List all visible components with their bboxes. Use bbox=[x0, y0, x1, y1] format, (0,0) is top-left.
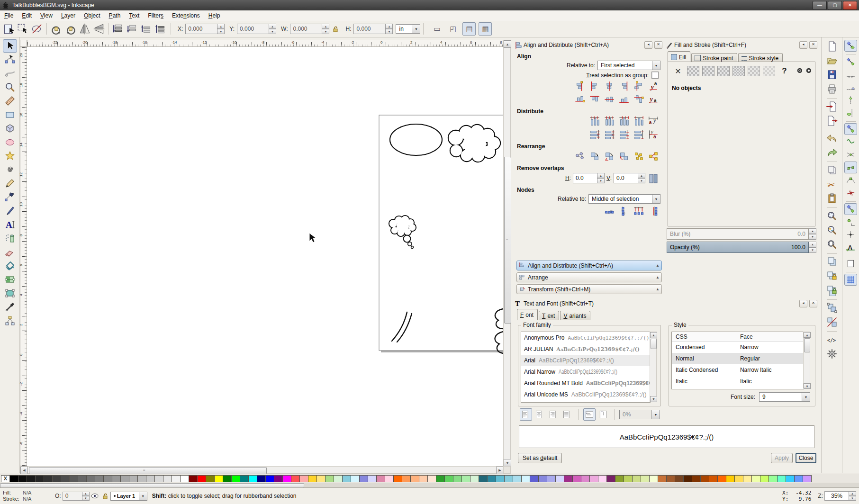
tool-zoom[interactable] bbox=[3, 81, 17, 94]
unknown-paint-button[interactable]: ? bbox=[778, 66, 790, 76]
palette-swatch[interactable] bbox=[479, 475, 488, 482]
palette-swatch[interactable] bbox=[129, 475, 138, 482]
palette-swatch[interactable] bbox=[9, 475, 18, 482]
current-layer-dropdown[interactable]: Layer 1▼ bbox=[110, 492, 147, 501]
style-row-condensed[interactable]: CondensedNarrow bbox=[672, 342, 804, 353]
raise-button[interactable] bbox=[140, 22, 154, 36]
no-paint-button[interactable]: ✕ bbox=[672, 66, 684, 76]
tab-text[interactable]: Text bbox=[539, 311, 559, 320]
style-row-italic[interactable]: ItalicItalic bbox=[672, 376, 804, 387]
font-list-scrollbar[interactable]: ▲ ▼ bbox=[650, 332, 657, 402]
align-top-edges-button[interactable] bbox=[588, 94, 601, 105]
dialog-bar-align-and-distribute-shift-ctrl-a[interactable]: Align and Distribute (Shift+Ctrl+A)▲ bbox=[516, 261, 662, 270]
snap-bbox-corners-button[interactable] bbox=[844, 81, 857, 93]
palette-swatch[interactable] bbox=[538, 475, 547, 482]
select-all-button[interactable] bbox=[2, 22, 15, 36]
palette-swatch[interactable] bbox=[180, 475, 189, 482]
snap-other-points-button[interactable] bbox=[844, 203, 857, 215]
save-document-button[interactable] bbox=[824, 68, 840, 81]
graph-layout-button[interactable] bbox=[574, 151, 586, 162]
palette-swatch[interactable] bbox=[564, 475, 573, 482]
scroll-right-button[interactable]: ▶ bbox=[496, 467, 504, 474]
dialog-bar-transform-shift-ctrl-m[interactable]: Transform (Shift+Ctrl+M)▲ bbox=[516, 284, 662, 294]
palette-swatch[interactable] bbox=[274, 475, 283, 482]
horizontal-scrollbar[interactable]: ◀ ▶ ≡ bbox=[20, 466, 503, 474]
palette-swatch[interactable] bbox=[555, 475, 564, 482]
text-panel-header[interactable]: T Text and Font (Shift+Ctrl+T) ◂ ✕ bbox=[515, 298, 818, 309]
palette-swatch[interactable] bbox=[282, 475, 291, 482]
palette-swatch[interactable] bbox=[777, 475, 786, 482]
palette-swatch[interactable] bbox=[436, 475, 445, 482]
palette-swatch[interactable] bbox=[547, 475, 556, 482]
no-color-swatch[interactable]: X bbox=[1, 475, 10, 482]
tab-stroke-style[interactable]: Stroke style bbox=[738, 53, 783, 63]
palette-swatch[interactable] bbox=[658, 475, 667, 482]
deselect-button[interactable] bbox=[30, 22, 44, 36]
v-gap-input[interactable]: 0.0▲▼ bbox=[614, 173, 645, 183]
palette-swatch[interactable] bbox=[223, 475, 232, 482]
opacity-slider[interactable]: Opacity (%)100.0 bbox=[667, 242, 809, 253]
snap-object-centers-button[interactable] bbox=[844, 216, 857, 228]
palette-scrollbar[interactable] bbox=[0, 483, 859, 487]
canvas-viewport[interactable] bbox=[27, 47, 503, 466]
menu-object[interactable]: Object bbox=[80, 11, 105, 20]
style-list-scrollbar[interactable]: ▲ ▼ bbox=[803, 332, 810, 388]
tab-fill[interactable]: Fill bbox=[668, 51, 690, 63]
treat-as-group-checkbox[interactable] bbox=[651, 72, 659, 79]
font-row-ar-julian[interactable]: AR JULIANAaBbCcIiPpQq12369$€¢?.;/() bbox=[521, 343, 650, 355]
palette-swatch[interactable] bbox=[751, 475, 760, 482]
undock-button[interactable]: ◂ bbox=[644, 41, 652, 49]
apply-button[interactable]: Apply bbox=[771, 453, 793, 463]
palette-swatch[interactable] bbox=[52, 475, 61, 482]
group-button[interactable] bbox=[824, 301, 840, 315]
palette-swatch[interactable] bbox=[700, 475, 709, 482]
create-clone-button[interactable] bbox=[824, 270, 840, 283]
blur-slider[interactable]: Blur (%)0.0 bbox=[667, 228, 809, 240]
scroll-up-button[interactable]: ▲ bbox=[504, 40, 511, 48]
palette-swatch[interactable] bbox=[444, 475, 453, 482]
palette-swatch[interactable] bbox=[615, 475, 624, 482]
align-bottom-edges-to-top-of-anchor-button[interactable] bbox=[574, 94, 586, 105]
text-anchor-horizontal-button[interactable]: ya bbox=[647, 81, 660, 92]
palette-swatch[interactable] bbox=[189, 475, 198, 482]
nodes-relative-dropdown[interactable]: Middle of selection▼ bbox=[588, 194, 660, 204]
menu-filters[interactable]: Filters bbox=[144, 11, 168, 20]
affect-gradients-toggle[interactable]: ▤ bbox=[462, 22, 476, 36]
align-bottom-edges-button[interactable] bbox=[618, 94, 630, 105]
palette-swatch[interactable] bbox=[641, 475, 650, 482]
palette-swatch[interactable] bbox=[393, 475, 402, 482]
align-nodes-vertically-button[interactable] bbox=[618, 206, 630, 217]
palette-swatch[interactable] bbox=[197, 475, 206, 482]
menu-file[interactable]: File bbox=[0, 11, 18, 20]
tool-calligraphy[interactable] bbox=[3, 204, 17, 217]
equal-vertical-centers-button[interactable] bbox=[603, 129, 615, 140]
close-panel-button[interactable]: ✕ bbox=[654, 41, 662, 49]
snap-paths-button[interactable] bbox=[844, 136, 857, 148]
snap-text-baselines-button[interactable]: A bbox=[844, 242, 857, 253]
font-size-dropdown[interactable]: 9▼ bbox=[759, 392, 810, 402]
palette-swatch[interactable] bbox=[385, 475, 394, 482]
menu-extensions[interactable]: Extensions bbox=[168, 11, 204, 20]
palette-swatch[interactable] bbox=[172, 475, 181, 482]
tool-connector[interactable] bbox=[3, 314, 17, 327]
font-family-list[interactable]: Anonymous ProAaBbCcIiPpQq12369$€¢?.;/()A… bbox=[521, 332, 651, 403]
snap-rotation-centers-button[interactable] bbox=[844, 229, 857, 241]
new-document-button[interactable] bbox=[824, 40, 840, 53]
palette-swatch[interactable] bbox=[342, 475, 351, 482]
snap-smooth-nodes-button[interactable] bbox=[844, 174, 857, 186]
tool-text[interactable]: A bbox=[3, 218, 17, 231]
vertical-text-button[interactable] bbox=[597, 408, 609, 421]
text-anchors-vertical-button[interactable]: ya bbox=[647, 129, 660, 140]
palette-swatch[interactable] bbox=[257, 475, 266, 482]
style-row-normal[interactable]: NormalRegular bbox=[672, 353, 804, 364]
menu-edit[interactable]: Edit bbox=[18, 11, 36, 20]
cloud-speech-bubble[interactable] bbox=[448, 125, 500, 162]
align-top-edges-to-bottom-of-anchor-button[interactable] bbox=[633, 94, 645, 105]
radial-gradient-button[interactable] bbox=[717, 66, 730, 76]
snap-bbox-edges-button[interactable] bbox=[844, 69, 857, 81]
x-input[interactable]: 0.000▲▼ bbox=[185, 24, 225, 34]
equal-bottom-edges-button[interactable] bbox=[618, 129, 630, 140]
palette-swatch[interactable] bbox=[496, 475, 505, 482]
equal-right-edges-button[interactable] bbox=[618, 116, 630, 127]
close-button[interactable]: Close bbox=[796, 453, 816, 463]
